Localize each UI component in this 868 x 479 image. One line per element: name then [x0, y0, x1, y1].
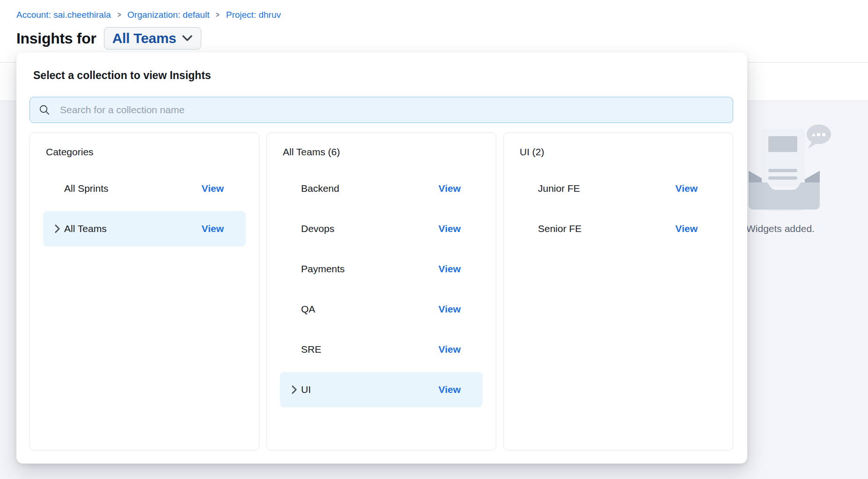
collection-search-input[interactable]	[29, 97, 733, 123]
collection-columns: CategoriesAll SprintsViewAll TeamsViewAl…	[29, 132, 733, 450]
collection-dropdown-button[interactable]: All Teams	[104, 27, 202, 50]
collection-row-backend[interactable]: BackendView	[280, 168, 483, 209]
collection-label: UI	[301, 384, 311, 395]
breadcrumb-separator-icon: >	[216, 11, 219, 19]
breadcrumb-account[interactable]: Account: sai.cheethirala	[16, 10, 111, 20]
inbox-widgets-icon	[742, 118, 836, 219]
collection-label: All Sprints	[64, 183, 109, 194]
view-link[interactable]: View	[439, 183, 461, 194]
collection-label: SRE	[301, 344, 321, 355]
collection-row-ui[interactable]: UIView	[280, 370, 483, 410]
chevron-right-icon	[54, 224, 60, 233]
breadcrumb-project[interactable]: Project: dhruv	[226, 10, 281, 20]
collection-column-categories: CategoriesAll SprintsViewAll TeamsView	[29, 132, 259, 450]
breadcrumb-separator-icon: >	[118, 11, 121, 19]
view-link[interactable]: View	[202, 223, 224, 234]
view-link[interactable]: View	[439, 304, 461, 315]
page-header: Insights for All Teams	[16, 27, 201, 50]
collection-label: Backend	[301, 183, 339, 194]
collection-row-all-sprints[interactable]: All SprintsView	[43, 168, 246, 209]
breadcrumb: Account: sai.cheethirala > Organization:…	[16, 10, 281, 20]
modal-title: Select a collection to view Insights	[33, 69, 211, 82]
collection-label: Senior FE	[538, 223, 581, 234]
collection-row-all-teams[interactable]: All TeamsView	[43, 209, 246, 249]
column-header: UI (2)	[504, 146, 733, 158]
column-header: Categories	[30, 146, 259, 158]
collection-row-qa[interactable]: QAView	[280, 289, 483, 329]
view-link[interactable]: View	[439, 384, 461, 395]
collection-label: All Teams	[64, 223, 107, 234]
collection-label: QA	[301, 304, 315, 315]
view-link[interactable]: View	[439, 223, 461, 234]
collection-row-junior-fe[interactable]: Junior FEView	[517, 168, 720, 209]
collection-dropdown-label: All Teams	[112, 30, 177, 46]
collection-row-payments[interactable]: PaymentsView	[280, 249, 483, 289]
collection-column-all-teams-6: All Teams (6)BackendViewDevopsViewPaymen…	[266, 132, 496, 450]
view-link[interactable]: View	[202, 183, 224, 194]
page-title: Insights for	[16, 30, 96, 47]
collection-row-sre[interactable]: SREView	[280, 329, 483, 370]
chevron-right-icon	[291, 385, 297, 394]
view-link[interactable]: View	[676, 183, 698, 194]
collection-label: Devops	[301, 223, 334, 234]
collection-row-senior-fe[interactable]: Senior FEView	[517, 209, 720, 249]
breadcrumb-organization[interactable]: Organization: default	[127, 10, 209, 20]
collection-row-devops[interactable]: DevopsView	[280, 209, 483, 249]
collection-label: Junior FE	[538, 183, 580, 194]
column-header: All Teams (6)	[267, 146, 496, 158]
collection-picker-modal: Select a collection to view Insights Cat…	[16, 52, 747, 464]
collection-column-ui-2: UI (2)Junior FEViewSenior FEView	[503, 132, 733, 450]
view-link[interactable]: View	[439, 263, 461, 275]
collection-search	[29, 97, 733, 123]
collection-label: Payments	[301, 263, 345, 275]
chevron-down-icon	[182, 35, 193, 42]
view-link[interactable]: View	[676, 223, 698, 234]
view-link[interactable]: View	[439, 344, 461, 355]
empty-state-text: Widgets added.	[746, 223, 815, 234]
